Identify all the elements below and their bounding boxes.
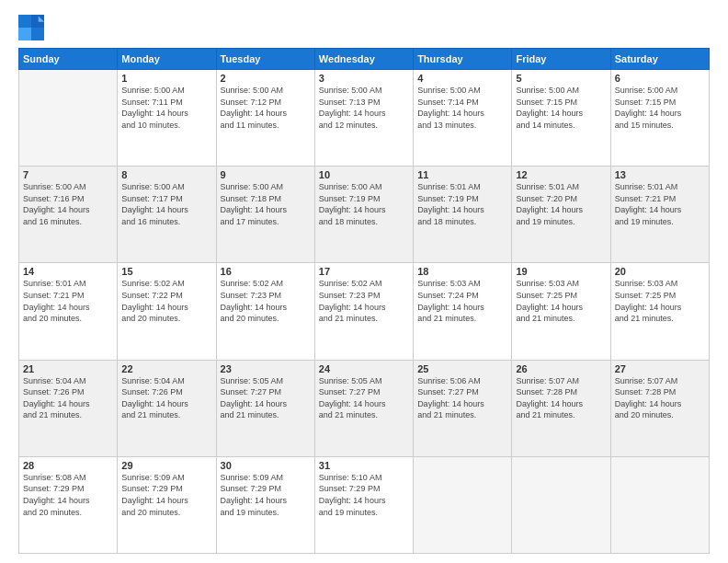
- calendar-cell: 16Sunrise: 5:02 AMSunset: 7:23 PMDayligh…: [216, 263, 314, 360]
- day-info: Sunrise: 5:05 AMSunset: 7:27 PMDaylight:…: [319, 375, 409, 421]
- day-info: Sunrise: 5:03 AMSunset: 7:25 PMDaylight:…: [615, 278, 705, 324]
- weekday-friday: Friday: [512, 49, 610, 70]
- calendar-cell: 8Sunrise: 5:00 AMSunset: 7:17 PMDaylight…: [118, 167, 216, 263]
- day-info: Sunrise: 5:09 AMSunset: 7:29 PMDaylight:…: [221, 472, 311, 518]
- day-info: Sunrise: 5:00 AMSunset: 7:17 PMDaylight:…: [121, 181, 211, 227]
- calendar-cell: 10Sunrise: 5:00 AMSunset: 7:19 PMDayligh…: [314, 167, 413, 263]
- weekday-tuesday: Tuesday: [216, 49, 314, 70]
- calendar-cell: 17Sunrise: 5:02 AMSunset: 7:23 PMDayligh…: [314, 263, 413, 360]
- calendar-cell: 6Sunrise: 5:00 AMSunset: 7:15 PMDaylight…: [610, 70, 709, 167]
- day-number: 9: [221, 169, 311, 180]
- day-info: Sunrise: 5:00 AMSunset: 7:12 PMDaylight:…: [221, 85, 311, 131]
- day-number: 1: [121, 73, 211, 84]
- day-number: 23: [221, 363, 311, 374]
- day-info: Sunrise: 5:05 AMSunset: 7:27 PMDaylight:…: [221, 375, 311, 421]
- calendar-cell: 15Sunrise: 5:02 AMSunset: 7:22 PMDayligh…: [118, 263, 216, 360]
- day-info: Sunrise: 5:10 AMSunset: 7:29 PMDaylight:…: [319, 472, 409, 518]
- calendar-cell: 13Sunrise: 5:01 AMSunset: 7:21 PMDayligh…: [610, 167, 709, 263]
- calendar-cell: 1Sunrise: 5:00 AMSunset: 7:11 PMDaylight…: [118, 70, 216, 167]
- calendar-cell: 21Sunrise: 5:04 AMSunset: 7:26 PMDayligh…: [19, 360, 118, 456]
- logo-icon: [18, 15, 44, 40]
- calendar-cell: 4Sunrise: 5:00 AMSunset: 7:14 PMDaylight…: [414, 70, 512, 167]
- week-row-4: 28Sunrise: 5:08 AMSunset: 7:29 PMDayligh…: [19, 456, 710, 553]
- day-info: Sunrise: 5:01 AMSunset: 7:21 PMDaylight:…: [23, 278, 113, 324]
- day-info: Sunrise: 5:00 AMSunset: 7:18 PMDaylight:…: [221, 181, 311, 227]
- calendar-cell: 2Sunrise: 5:00 AMSunset: 7:12 PMDaylight…: [216, 70, 314, 167]
- day-info: Sunrise: 5:01 AMSunset: 7:21 PMDaylight:…: [615, 181, 705, 227]
- week-row-2: 14Sunrise: 5:01 AMSunset: 7:21 PMDayligh…: [19, 263, 710, 360]
- day-info: Sunrise: 5:00 AMSunset: 7:16 PMDaylight:…: [23, 181, 113, 227]
- calendar-cell: 19Sunrise: 5:03 AMSunset: 7:25 PMDayligh…: [512, 263, 610, 360]
- day-info: Sunrise: 5:00 AMSunset: 7:15 PMDaylight:…: [516, 85, 606, 131]
- day-number: 5: [516, 73, 606, 84]
- day-number: 30: [221, 460, 311, 471]
- logo: [18, 15, 48, 40]
- day-info: Sunrise: 5:01 AMSunset: 7:19 PMDaylight:…: [417, 181, 507, 227]
- day-number: 7: [23, 169, 113, 180]
- day-number: 4: [417, 73, 507, 84]
- day-info: Sunrise: 5:09 AMSunset: 7:29 PMDaylight:…: [121, 472, 211, 518]
- svg-rect-3: [31, 28, 44, 40]
- calendar-cell: 31Sunrise: 5:10 AMSunset: 7:29 PMDayligh…: [314, 456, 413, 553]
- day-number: 12: [516, 169, 606, 180]
- day-number: 6: [615, 73, 705, 84]
- day-info: Sunrise: 5:00 AMSunset: 7:11 PMDaylight:…: [121, 85, 211, 131]
- day-number: 31: [319, 460, 409, 471]
- calendar-cell: 27Sunrise: 5:07 AMSunset: 7:28 PMDayligh…: [610, 360, 709, 456]
- day-number: 15: [121, 266, 211, 277]
- weekday-sunday: Sunday: [19, 49, 118, 70]
- day-info: Sunrise: 5:00 AMSunset: 7:15 PMDaylight:…: [615, 85, 705, 131]
- day-number: 14: [23, 266, 113, 277]
- calendar-cell: [19, 70, 118, 167]
- weekday-saturday: Saturday: [610, 49, 709, 70]
- week-row-3: 21Sunrise: 5:04 AMSunset: 7:26 PMDayligh…: [19, 360, 710, 456]
- day-info: Sunrise: 5:02 AMSunset: 7:22 PMDaylight:…: [121, 278, 211, 324]
- day-number: 26: [516, 363, 606, 374]
- page: SundayMondayTuesdayWednesdayThursdayFrid…: [0, 0, 728, 563]
- calendar-cell: 11Sunrise: 5:01 AMSunset: 7:19 PMDayligh…: [414, 167, 512, 263]
- day-info: Sunrise: 5:03 AMSunset: 7:24 PMDaylight:…: [417, 278, 507, 324]
- day-number: 17: [319, 266, 409, 277]
- day-number: 2: [221, 73, 311, 84]
- weekday-header-row: SundayMondayTuesdayWednesdayThursdayFrid…: [19, 49, 710, 70]
- calendar-cell: 25Sunrise: 5:06 AMSunset: 7:27 PMDayligh…: [414, 360, 512, 456]
- day-info: Sunrise: 5:01 AMSunset: 7:20 PMDaylight:…: [516, 181, 606, 227]
- header: [18, 15, 710, 40]
- day-info: Sunrise: 5:08 AMSunset: 7:29 PMDaylight:…: [23, 472, 113, 518]
- calendar-cell: 5Sunrise: 5:00 AMSunset: 7:15 PMDaylight…: [512, 70, 610, 167]
- day-number: 20: [615, 266, 705, 277]
- svg-rect-0: [18, 15, 31, 28]
- day-number: 8: [121, 169, 211, 180]
- day-number: 13: [615, 169, 705, 180]
- calendar-cell: 30Sunrise: 5:09 AMSunset: 7:29 PMDayligh…: [216, 456, 314, 553]
- day-number: 21: [23, 363, 113, 374]
- calendar-cell: 22Sunrise: 5:04 AMSunset: 7:26 PMDayligh…: [118, 360, 216, 456]
- calendar-cell: 20Sunrise: 5:03 AMSunset: 7:25 PMDayligh…: [610, 263, 709, 360]
- day-number: 16: [221, 266, 311, 277]
- day-number: 28: [23, 460, 113, 471]
- day-info: Sunrise: 5:06 AMSunset: 7:27 PMDaylight:…: [417, 375, 507, 421]
- day-number: 3: [319, 73, 409, 84]
- weekday-thursday: Thursday: [414, 49, 512, 70]
- day-info: Sunrise: 5:03 AMSunset: 7:25 PMDaylight:…: [516, 278, 606, 324]
- calendar-cell: 9Sunrise: 5:00 AMSunset: 7:18 PMDaylight…: [216, 167, 314, 263]
- day-info: Sunrise: 5:07 AMSunset: 7:28 PMDaylight:…: [615, 375, 705, 421]
- day-info: Sunrise: 5:07 AMSunset: 7:28 PMDaylight:…: [516, 375, 606, 421]
- day-info: Sunrise: 5:00 AMSunset: 7:13 PMDaylight:…: [319, 85, 409, 131]
- calendar-cell: 12Sunrise: 5:01 AMSunset: 7:20 PMDayligh…: [512, 167, 610, 263]
- calendar-cell: 7Sunrise: 5:00 AMSunset: 7:16 PMDaylight…: [19, 167, 118, 263]
- weekday-wednesday: Wednesday: [314, 49, 413, 70]
- calendar-cell: 28Sunrise: 5:08 AMSunset: 7:29 PMDayligh…: [19, 456, 118, 553]
- calendar-cell: [512, 456, 610, 553]
- calendar-table: SundayMondayTuesdayWednesdayThursdayFrid…: [18, 48, 710, 554]
- day-info: Sunrise: 5:02 AMSunset: 7:23 PMDaylight:…: [221, 278, 311, 324]
- day-info: Sunrise: 5:02 AMSunset: 7:23 PMDaylight:…: [319, 278, 409, 324]
- day-number: 11: [417, 169, 507, 180]
- svg-rect-2: [18, 28, 31, 40]
- week-row-0: 1Sunrise: 5:00 AMSunset: 7:11 PMDaylight…: [19, 70, 710, 167]
- day-number: 25: [417, 363, 507, 374]
- calendar-cell: 18Sunrise: 5:03 AMSunset: 7:24 PMDayligh…: [414, 263, 512, 360]
- calendar-cell: 26Sunrise: 5:07 AMSunset: 7:28 PMDayligh…: [512, 360, 610, 456]
- calendar-cell: [414, 456, 512, 553]
- day-number: 27: [615, 363, 705, 374]
